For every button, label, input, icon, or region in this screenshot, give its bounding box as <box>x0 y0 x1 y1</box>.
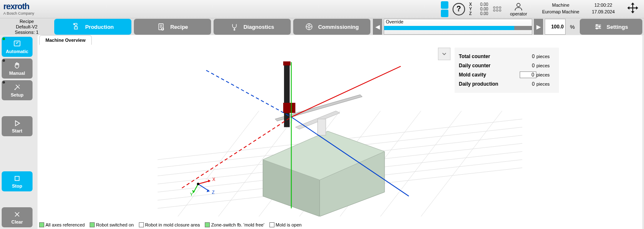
side-setup-label: Setup <box>11 92 24 97</box>
nav-recipe[interactable]: Recipe <box>134 19 211 35</box>
settings-icon <box>594 23 602 31</box>
override-decrease[interactable]: ◀ <box>373 19 382 35</box>
svg-point-2 <box>499 7 501 8</box>
daily-counter-unit: pieces <box>536 63 555 68</box>
tools-icon <box>13 83 21 92</box>
help-button[interactable]: ? <box>453 3 465 15</box>
close-icon <box>13 210 21 219</box>
svg-point-0 <box>493 7 495 8</box>
axis-button-top[interactable] <box>441 1 448 9</box>
stop-icon <box>13 174 21 183</box>
triad-x-label: X <box>212 177 215 182</box>
daily-production-value: 0 <box>520 81 536 87</box>
svg-rect-20 <box>284 62 290 127</box>
nav-diagnostics[interactable]: Diagnostics <box>214 19 291 35</box>
svg-rect-7 <box>75 23 77 25</box>
nav-commissioning[interactable]: Commissioning <box>293 19 370 35</box>
settings-button[interactable]: Settings <box>580 19 642 35</box>
side-manual[interactable]: Manual <box>2 59 33 79</box>
main-panel: Machine Overview <box>38 35 642 229</box>
triad-z-label: Z <box>212 190 215 195</box>
override-value[interactable]: 100.0 <box>545 19 566 35</box>
svg-rect-19 <box>318 119 326 135</box>
svg-rect-22 <box>283 61 290 66</box>
status-box-icon <box>39 222 44 227</box>
daily-production-label: Daily production <box>459 81 520 87</box>
play-icon <box>13 119 21 127</box>
status-robot-on: Robot switched on <box>90 222 134 227</box>
side-clear[interactable]: Clear <box>2 207 33 227</box>
nav-production[interactable]: Production <box>54 19 131 35</box>
status-box-icon <box>139 222 144 227</box>
nav-diagnostics-label: Diagnostics <box>244 24 274 30</box>
side-start[interactable]: Start <box>2 116 33 136</box>
side-setup[interactable]: Setup <box>2 80 33 100</box>
robot-icon <box>72 23 80 31</box>
logo-text: rexroth <box>3 2 51 11</box>
svg-point-3 <box>493 10 495 11</box>
override-increase[interactable]: ▶ <box>534 19 543 35</box>
axis-button-bottom[interactable] <box>441 10 448 17</box>
svg-rect-18 <box>15 176 19 181</box>
daily-counter-value: 0 <box>520 63 536 69</box>
header: rexroth A Bosch Company ? X0.00 Y0.00 Z0… <box>0 0 644 18</box>
tab-overview[interactable]: Machine Overview <box>39 35 92 45</box>
grid-icon[interactable] <box>493 6 502 13</box>
total-counter-label: Total counter <box>459 53 520 59</box>
commissioning-icon <box>305 23 313 31</box>
axis-x-label: X <box>469 2 473 7</box>
counter-panel: Total counter 0 pieces Daily counter 0 p… <box>455 48 559 93</box>
user-icon <box>514 2 523 11</box>
side-start-label: Start <box>12 128 22 133</box>
override-label: Override <box>386 19 403 24</box>
side-clear-label: Clear <box>11 219 23 224</box>
recipe-name: Default-V2 <box>2 24 52 30</box>
side-automatic-label: Automatic <box>6 49 28 54</box>
status-mold-open: Mold is open <box>269 222 302 227</box>
mold-cavity-unit: pieces <box>536 72 555 77</box>
override-slider[interactable]: Override <box>384 19 532 35</box>
machine-info: Machine Euromap Machine 12:00:22 17.09.2… <box>536 0 621 18</box>
recipe-sessions: Sessions: 1 <box>2 30 52 35</box>
svg-point-1 <box>496 7 498 8</box>
side-automatic[interactable]: Automatic <box>2 37 33 57</box>
mold-cavity-label: Mold cavity <box>459 72 520 78</box>
axis-x-value: 0.00 <box>476 2 488 7</box>
svg-point-15 <box>599 26 600 28</box>
svg-rect-9 <box>159 24 164 30</box>
content: Automatic Manual Setup Start <box>0 35 644 229</box>
svg-line-25 <box>206 70 291 117</box>
operator-block[interactable]: operator <box>506 2 531 16</box>
diagnostics-icon <box>230 23 239 31</box>
svg-point-8 <box>73 23 75 25</box>
svg-point-13 <box>308 25 310 28</box>
machine-date: 17.09.2024 <box>592 8 615 15</box>
nav-production-label: Production <box>85 24 114 30</box>
side-stop[interactable]: Stop <box>2 171 33 191</box>
sidebar: Automatic Manual Setup Start <box>0 35 38 229</box>
logo-subtitle: A Bosch Company <box>3 11 51 15</box>
hand-icon <box>13 61 21 70</box>
svg-rect-21 <box>283 103 295 113</box>
svg-point-6 <box>517 3 520 7</box>
recipe-icon <box>157 23 165 31</box>
automatic-icon <box>13 40 21 48</box>
svg-line-24 <box>291 66 400 117</box>
svg-point-11 <box>234 29 235 31</box>
axis-z-label: Z <box>469 11 473 16</box>
machine-name: Euromap Machine <box>542 8 579 15</box>
total-counter-unit: pieces <box>536 54 555 59</box>
svg-point-14 <box>596 25 598 26</box>
override-block: ◀ Override ▶ 100.0 % <box>373 19 577 35</box>
status-zone-switch: Zone-switch fb. 'mold free' <box>205 222 264 227</box>
status-mold-closure: Robot in mold closure area <box>139 222 200 227</box>
expand-button[interactable] <box>438 48 450 60</box>
machine-time: 12:00:22 <box>592 2 615 8</box>
daily-production-unit: pieces <box>536 81 555 87</box>
status-axes-ref: All axes referenced <box>39 222 85 227</box>
svg-point-5 <box>499 10 501 11</box>
mold-cavity-input[interactable]: 0 <box>520 71 536 78</box>
recipe-label: Recipe <box>2 19 52 24</box>
tab-bar: Machine Overview <box>38 35 642 45</box>
move-icon[interactable] <box>621 0 644 18</box>
